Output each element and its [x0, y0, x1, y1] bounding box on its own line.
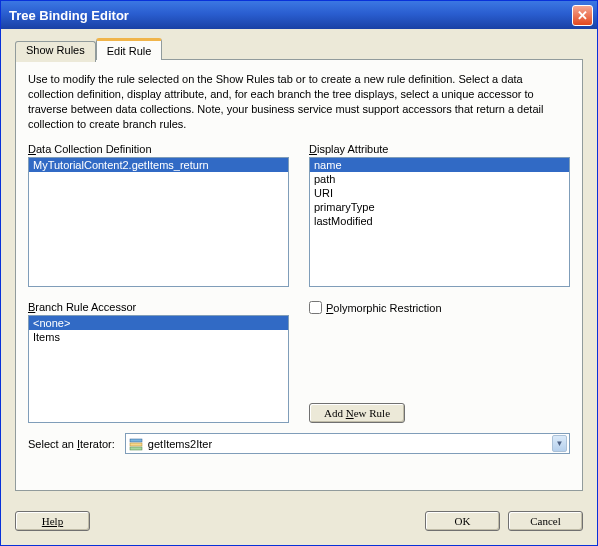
list-item[interactable]: primaryType: [310, 200, 569, 214]
ok-button[interactable]: OK: [425, 511, 500, 531]
da-listbox[interactable]: namepathURIprimaryTypelastModified: [309, 157, 570, 287]
dcd-col: Data Collection Definition MyTutorialCon…: [28, 143, 289, 287]
iterator-select[interactable]: getItems2Iter ▼: [125, 433, 570, 454]
iterator-icon: [128, 436, 144, 452]
iterator-row: Select an Iterator: getItems2Iter ▼: [28, 433, 570, 454]
bra-listbox[interactable]: <none>Items: [28, 315, 289, 423]
intro-text: Use to modify the rule selected on the S…: [28, 72, 570, 131]
list-item[interactable]: <none>: [29, 316, 288, 330]
list-item[interactable]: MyTutorialContent2.getItems_return: [29, 158, 288, 172]
dialog-window: Tree Binding Editor ✕ Show Rules Edit Ru…: [0, 0, 598, 546]
tab-strip: Show Rules Edit Rule: [15, 39, 583, 60]
list-item[interactable]: name: [310, 158, 569, 172]
list-item[interactable]: URI: [310, 186, 569, 200]
da-label: Display Attribute: [309, 143, 570, 155]
svg-rect-1: [130, 443, 142, 446]
title-text: Tree Binding Editor: [9, 8, 572, 23]
dcd-listbox[interactable]: MyTutorialContent2.getItems_return: [28, 157, 289, 287]
polymorphic-checkbox[interactable]: [309, 301, 322, 314]
poly-row: Polymorphic Restriction: [309, 301, 570, 314]
titlebar: Tree Binding Editor ✕: [1, 1, 597, 29]
content-area: Show Rules Edit Rule Use to modify the r…: [1, 29, 597, 501]
bra-col: Branch Rule Accessor <none>Items: [28, 301, 289, 423]
iterator-value: getItems2Iter: [148, 438, 552, 450]
list-item[interactable]: lastModified: [310, 214, 569, 228]
button-bar: Help OK Cancel: [1, 501, 597, 545]
dcd-label: Data Collection Definition: [28, 143, 289, 155]
bottom-row: Branch Rule Accessor <none>Items Polymor…: [28, 301, 570, 423]
add-rule-row: Add New Rule: [309, 403, 570, 423]
svg-rect-0: [130, 439, 142, 442]
add-new-rule-button[interactable]: Add New Rule: [309, 403, 405, 423]
poly-col: Polymorphic Restriction Add New Rule: [309, 301, 570, 423]
svg-rect-2: [130, 447, 142, 450]
da-col: Display Attribute namepathURIprimaryType…: [309, 143, 570, 287]
help-button[interactable]: Help: [15, 511, 90, 531]
poly-label: Polymorphic Restriction: [326, 302, 442, 314]
cancel-button[interactable]: Cancel: [508, 511, 583, 531]
top-row: Data Collection Definition MyTutorialCon…: [28, 143, 570, 287]
iterator-label: Select an Iterator:: [28, 438, 115, 450]
list-item[interactable]: Items: [29, 330, 288, 344]
tab-show-rules[interactable]: Show Rules: [15, 41, 96, 62]
tab-panel: Use to modify the rule selected on the S…: [15, 59, 583, 491]
list-item[interactable]: path: [310, 172, 569, 186]
tab-edit-rule[interactable]: Edit Rule: [96, 38, 163, 60]
bra-label: Branch Rule Accessor: [28, 301, 289, 313]
close-icon[interactable]: ✕: [572, 5, 593, 26]
chevron-down-icon[interactable]: ▼: [552, 435, 567, 452]
